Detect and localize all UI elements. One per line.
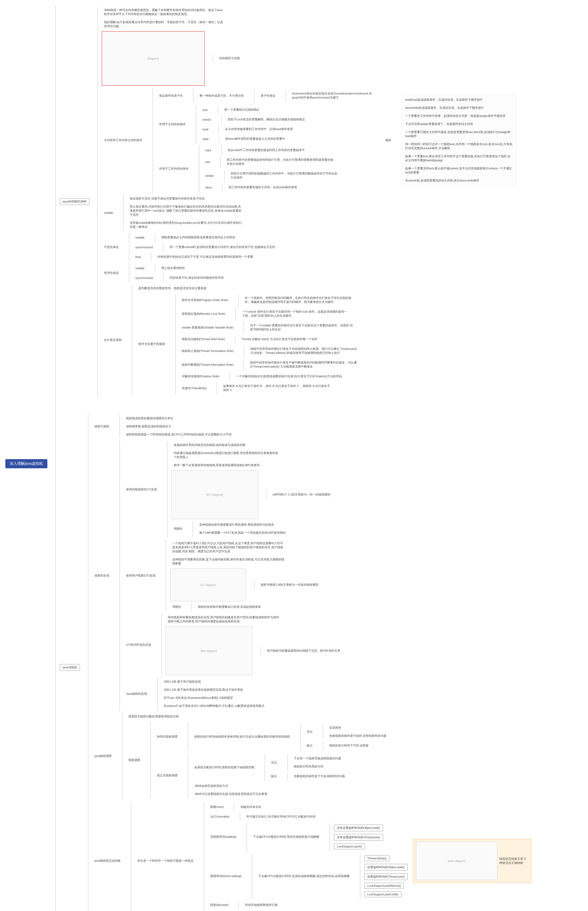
hb-r3-n: volatile 变量规则(Volatile Variable Rule)	[179, 325, 236, 331]
op-use: use	[203, 159, 212, 165]
sched-desc: 指系统为线程分配处理器使用权的过程	[126, 713, 181, 720]
lock-desc: 把一个变量标识为线程独占	[222, 107, 262, 113]
hb-r3-t: 对于一个volatile 变量的写操作先行发生于后面对这个变量的读操作。后面的"…	[248, 322, 360, 333]
rule-3: 一个变量在工作内存中改变，必须同步回主内存，也就是assign操作不能丢弃	[403, 113, 508, 119]
hb-r5-n: 线程终止规则(Thread Termination Rule)	[179, 348, 236, 354]
ut-t2: 这种线程不需要系统切换,是下会做内核切换,操作快速且消耗低,可以支持更大规模的线…	[170, 556, 288, 567]
state-block-t: 等待其他线程释放排它锁	[243, 902, 280, 908]
mix-diagram: [Mix diagram]	[166, 627, 252, 675]
root-children: java内存模型JMM JMM陆是一种符合内存模型规范的，屏蔽了各种硬件和操作系…	[55, 5, 532, 911]
ord-volatile-desc: 禁止指令重排特性	[159, 265, 187, 271]
preempt-t: 由系统分配执行时间,线程的也换下由线程控制	[192, 764, 257, 771]
java-impl-t1: JDK1.2前,基于用户线程实现	[162, 678, 203, 685]
state-twait-t: 下会被CPU分配执行时间,无须其他线程唤醒,指定的时间后,由系统唤醒	[256, 873, 352, 879]
vis-volatile: volatile	[133, 235, 147, 241]
java-impl-t2: JDK1.2后,基于操作系统的原生线程模型实现,取决于操作系统	[162, 686, 245, 693]
preempt-dis: 缺点	[269, 773, 279, 780]
op-read: read	[200, 126, 210, 132]
ut-dis: 线程的各种操作都需要自己处理,实现起他较复杂	[196, 604, 263, 610]
hb-r7-t: 一个对象的初始化完成(构造函数的执行结束)先行发生于它的 finalize()方…	[234, 373, 344, 380]
op-store: store	[203, 185, 214, 191]
jmm-desc2: 我的理解:由于多线程通过共享内存进行通信时，导致的原子性，可见性（保存一致性）以…	[102, 19, 227, 30]
volatile-title: volatile	[102, 210, 115, 216]
hb-r2-n: 管程锁定规则(Monitor Lock Rule)	[179, 311, 228, 317]
atomic-c1: 原子性保证	[258, 93, 278, 99]
volatile-t3: 没有被volatile修饰的64位相邻类型(long,double),jvm仅要…	[128, 220, 245, 230]
hb-r7-n: 对象终结规则(Finalizer Rule)	[179, 373, 222, 380]
ut-img-caption: 进程与线程1:N的关系称为一对多的线程模型	[258, 581, 321, 588]
tp-t3: 进程和线程都是一个时间段的描述,是CPU工作时间段的描述,不过是颗粒大小不同	[124, 431, 234, 438]
rule-6: 同一时刻同一时刻只允许一个线程lock,允许同一个线程多次lock,多次lock…	[403, 141, 515, 152]
hb-r6-n: 线程中断规则(Thread Interruption Rule)	[179, 362, 236, 368]
wait-m3: LockSupport.park()	[334, 843, 365, 849]
jmm-branch: java内存模型JMM JMM陆是一种符合内存模型规范的，屏蔽了各种硬件和操作系…	[60, 6, 532, 397]
wait-m1: 没有设置超时时间的Object.wait()	[334, 825, 383, 831]
vis-sync-desc: 同一个变量unlock时,必须同步变量回主内存中,保证代码块原子性,也能保证可见…	[168, 244, 278, 250]
state-desc: 在任意一个时间中一个线程只能是一种状态	[135, 858, 196, 864]
klt-t3: 程序一般下会直接使用内核线程,而是使用轻量级进程(LWP)来使用	[171, 462, 262, 468]
twait-m1: Thread.sleep()	[364, 855, 389, 861]
read-desc: 从主内存传输变量到工作内存中，以供load操作使用	[223, 126, 295, 132]
atomic-c2: lock/unlock指令的低层指令实现为monitorenter/monito…	[290, 90, 375, 101]
state-diagram: [state diagram]	[416, 842, 497, 880]
jmm-desc1: JMM陆是一种符合内存模型规范的，屏蔽了各种硬件和操作系统的访问差异的，保证了j…	[102, 7, 227, 18]
state-wait: 无限期等待(waiting)	[208, 834, 239, 840]
preempt-ext2: JAVA可以设置线程优先级,但是很多原因使其不完全靠谱	[192, 791, 270, 797]
write-desc: 把store操作得到的变量值放入主内存的变量中	[223, 136, 287, 142]
op-load: load	[203, 147, 213, 153]
rule-1: read/load必须成双操作，且成对出现，先读操作下顺序进行	[403, 97, 485, 103]
ut-dis-label: 局限性	[170, 604, 183, 610]
klt-dis-title: 局限性	[171, 526, 185, 532]
assign-desc: 把执行引擎中得到的值赋值到工作内存中，当执行引擎遇到赋值操作的字节码会执行此操作	[229, 170, 341, 181]
mem-ops-title: 主内存和工作内存之间的操作	[102, 137, 145, 144]
twait-m2: 设置超时时间的Object.wait()	[364, 864, 408, 871]
twait-m5: LockSupport.parkUntil()	[364, 892, 401, 897]
hb-r4-n: 线程启动规则(Thread Start Rule)	[179, 336, 227, 342]
rules-container: 规则	[383, 138, 393, 142]
ut-t1: 一个线程只要不是KLT,我们可以认为是用户线程,从这个角度,用户线程也需要KLT…	[170, 540, 288, 555]
unlock-desc: 把处于Lock状态的变量解除，解除以后才能被其他线程锁定	[226, 116, 307, 123]
op-lock: lock	[200, 107, 210, 113]
rule-5: 一个新变量只能在主内存中诞生,也就是变量使用use.store前,必须执行过as…	[403, 129, 515, 139]
twait-m4: LockSupport.parkNanos()	[364, 883, 404, 888]
klt-dis-t1: 各种线程的操作都需要进行系统调用,系统调用的代价较高	[197, 522, 276, 528]
klt-img-caption: LWP和KLT 1:1的关系称为一对一的线程模型	[271, 491, 333, 498]
rule-8: 如果一个变量没有lock,那么就不能unlock,也不允许其他线程执行unloc…	[403, 165, 515, 176]
state-wait-t: 下会被CPU分配执行时间,等待其他线程显示地唤醒	[251, 834, 321, 840]
vis-final: final	[133, 254, 143, 260]
hb-r8-n: 传递性(Transitivity)	[179, 385, 208, 391]
preempt-ext1: JAVA自然应该使用的方式	[192, 783, 230, 789]
mindmap-root: 深入理解java虚拟机 java内存模型JMM JMM陆是一种符合内存模型规范的…	[5, 5, 588, 911]
state-new-t: 创建后尚未启动	[238, 804, 263, 810]
java-impl-title: Java线程的实现	[124, 691, 149, 697]
wait-m2: 没有设置超时时间的Thread.join()	[334, 834, 383, 841]
mix-img-caption: 用户线程与轻量级进程的比例陆下定的，称为N:M的关系	[265, 648, 342, 654]
order-title: 有序性保证	[102, 270, 121, 276]
java-impl-t4: 在solaris中,由于系统支持1:1和N:M两种模式,可以通过-xx配置来选择…	[162, 703, 267, 709]
rule-7: 如果一个变量lock,将会清空工作内存中这个变量的值,在执行引擎使用这个值时,会…	[403, 153, 515, 164]
coop-adv: 优点	[305, 729, 315, 735]
hb-desc: 是判断是否存在数据竞争、线程是否安全的主要依据	[136, 285, 208, 292]
klt-dis-t2: 每个LWP都需要一个KLT支持,因此一个系统能支持的LWP是有限的	[197, 530, 288, 536]
hb-r6-t: 线程中的所有操作都先行发生于被中断线程的代码检测到中断事件的发生，可以通过Thr…	[248, 360, 360, 370]
hb-r1-t: 在一个线程内，按照控制流代码顺序，先执行到先的操作先行发生于写在后面的操作。准确…	[242, 295, 355, 305]
klt-diagram: [KLT diagram]	[171, 470, 258, 519]
klt-t1: 直接由操作系统内核支持的线程,由内核来完成线程切换	[171, 442, 248, 448]
ord-sync: synchronized	[133, 275, 155, 281]
load-desc: 把从read中工作内存变量的值放到到工作内存的变量副本中	[226, 147, 307, 153]
state-run-t: 有可能正在执行,也可能在等待CPU为它分配执行时间	[244, 814, 318, 820]
thread-proc-title: 线程与进程	[92, 423, 111, 430]
state-diagram-caption: 线程状态转换关系 5种状态会互相转换	[497, 856, 528, 866]
preempt-adv-t2: 线程执行时间系统可控	[292, 764, 326, 770]
volatile-t1: 保证线程可见性,但是不保证对变量操作的操作是原子性的	[128, 195, 207, 202]
java-impl-t3: 对于sun JDK来说,在windows和linux基线1:1线程模型	[162, 695, 235, 701]
coop-t: 线程的执行时间由线程本身来控制,执行完成主动通知系统切换到别的线程	[192, 733, 292, 740]
coop-adv-t1: 实现简单	[327, 725, 343, 731]
tp-t1: 线程陆进程更轻量级的调度执行单位	[124, 415, 176, 422]
happens-before-title: 先行发生原则	[102, 337, 124, 343]
op-unlock: unlock	[200, 117, 213, 123]
root-node: 深入理解java虚拟机	[5, 459, 47, 468]
hb-r2-t: 一个unlock 操作先行发生于后面对同一个锁的 lock 操作。这里必须强调的…	[240, 309, 352, 319]
state-new: 新建(new)	[208, 804, 226, 810]
hb-sub: 程序天生遵守的规则	[136, 341, 167, 347]
